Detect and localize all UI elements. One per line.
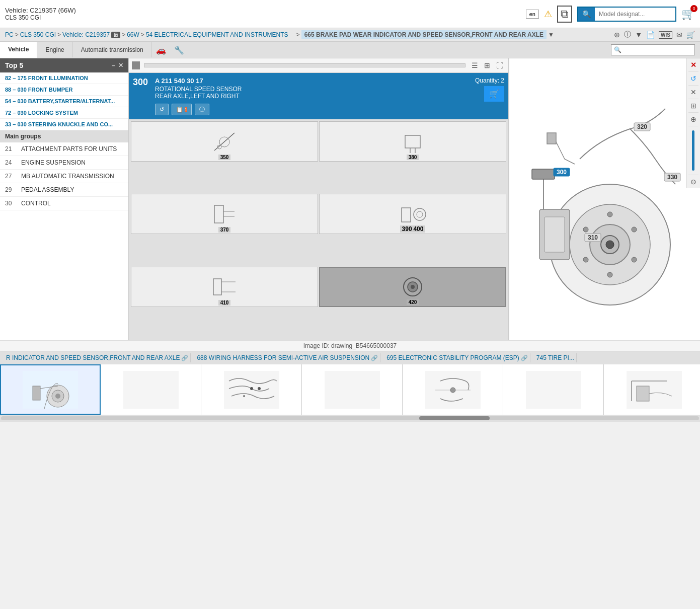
bt-item-3[interactable] — [302, 364, 403, 415]
svg-rect-6 — [214, 205, 223, 223]
svg-point-38 — [632, 227, 637, 232]
svg-text:310: 310 — [588, 234, 598, 241]
filter-icon[interactable]: ▼ — [635, 31, 642, 39]
bt-item-2[interactable] — [201, 364, 302, 415]
svg-point-10 — [414, 208, 426, 220]
bt-img-4 — [423, 369, 483, 410]
sidebar-item-top-4[interactable]: 33 – 030 STEERING KNUCKLE AND CO... — [0, 119, 128, 130]
bt-item-5[interactable] — [503, 364, 604, 415]
bt-img-6 — [624, 369, 684, 410]
bottom-tab-link-1[interactable]: 🔗 — [371, 355, 378, 361]
sidebar-item-top-1[interactable]: 88 – 030 FRONT BUMPER — [0, 84, 128, 96]
bt-item-6[interactable] — [604, 364, 700, 415]
bt-item-0[interactable] — [0, 364, 101, 415]
diagram-close-icon[interactable]: ✕ — [688, 58, 698, 72]
thumb-370[interactable]: 370 — [131, 194, 318, 234]
dropdown-arrow-icon[interactable]: ▼ — [548, 31, 554, 38]
breadcrumb-cls[interactable]: CLS 350 CGI — [20, 31, 56, 38]
svg-point-41 — [583, 257, 588, 262]
part-doc-btn[interactable]: 📋 1 — [172, 104, 192, 115]
expand-icon[interactable]: ⛶ — [494, 60, 505, 70]
thumb-410[interactable]: 410 — [131, 267, 318, 307]
tab-vehicle[interactable]: Vehicle — [0, 42, 37, 58]
doc-icon[interactable]: 📄 — [646, 31, 655, 39]
thumb-380[interactable]: 380 — [319, 121, 506, 162]
breadcrumb-vehicle[interactable]: Vehicle: C219357 — [62, 31, 110, 38]
ct-square-icon[interactable] — [132, 61, 140, 69]
part-refresh-btn[interactable]: ↺ — [155, 104, 169, 115]
breadcrumb-66w[interactable]: 66W — [127, 31, 139, 38]
center-panel: ☰ ⊞ ⛶ 300 A 211 540 30 17 ROTATIONAL SPE… — [129, 58, 509, 340]
sidebar-item-top-2[interactable]: 54 – 030 BATTERY,STARTER/ALTERNAT... — [0, 96, 128, 107]
thumb-420[interactable]: 420 — [319, 267, 506, 307]
part-name1: ROTATIONAL SPEED SENSOR — [155, 86, 471, 93]
sidebar-group-29[interactable]: 29 PEDAL ASSEMBLY — [0, 183, 128, 197]
breadcrumb-current: 665 BRAKE PAD WEAR INDICATOR AND SPEED S… — [301, 30, 547, 39]
bottom-tab-link-0[interactable]: 🔗 — [181, 355, 188, 361]
mail-icon[interactable]: ✉ — [676, 31, 682, 39]
tab-search-input[interactable] — [624, 45, 694, 54]
bottom-tab-1[interactable]: 688 WIRING HARNESS FOR SEMI-ACTIVE AIR S… — [195, 353, 380, 362]
sidebar-items: 82 – 175 FRONT ILLUMINATION 88 – 030 FRO… — [0, 72, 128, 340]
bottom-tab-0[interactable]: R INDICATOR AND SPEED SENSOR,FRONT AND R… — [4, 353, 191, 362]
bottom-tab-link-2[interactable]: 🔗 — [521, 355, 528, 361]
breadcrumb-pc[interactable]: PC — [5, 31, 14, 38]
sidebar-close-icon[interactable]: ✕ — [118, 62, 123, 69]
main-groups-label: Main groups — [0, 130, 128, 142]
sidebar-item-top-3[interactable]: 72 – 030 LOCKING SYSTEM — [0, 107, 128, 119]
svg-point-39 — [632, 257, 637, 262]
search-button[interactable]: 🔍 — [578, 8, 595, 21]
warning-icon[interactable]: ⚠ — [544, 9, 552, 20]
wis-icon[interactable]: WIS — [659, 31, 672, 39]
cart2-icon[interactable]: 🛒 — [686, 31, 695, 39]
svg-point-50 — [250, 387, 253, 390]
diagram-zoom-out-icon[interactable]: ⊖ — [688, 175, 698, 188]
diagram-blue-bar — [692, 130, 694, 171]
bottom-tab-3[interactable]: 745 TIRE PI... — [534, 353, 577, 362]
bt-svg-6 — [627, 371, 682, 409]
cart-button[interactable]: 🛒 0 — [681, 8, 695, 21]
tab-automatic-transmission[interactable]: Automatic transmission — [73, 42, 152, 57]
sidebar-minimize-icon[interactable]: – — [112, 62, 115, 69]
list-view-icon[interactable]: ☰ — [470, 60, 480, 70]
tab-tool-icon[interactable]: 🔧 — [170, 43, 188, 57]
diagram-cross-icon[interactable]: ✕ — [688, 86, 698, 99]
bottom-tab-2[interactable]: 695 ELECTRONIC STABILITY PROGRAM (ESP) 🔗 — [384, 353, 530, 362]
part-info-btn[interactable]: ⓘ — [195, 104, 209, 115]
diagram-grid-icon[interactable]: ⊞ — [688, 99, 698, 113]
tab-engine[interactable]: Engine — [37, 42, 72, 57]
diagram-zoom-in-icon[interactable]: ⊕ — [688, 113, 698, 126]
svg-point-55 — [450, 388, 455, 393]
zoom-in-icon[interactable]: ⊕ — [614, 31, 620, 39]
breadcrumb-54[interactable]: 54 ELECTRICAL EQUIPMENT AND INSTRUMENTS — [146, 31, 288, 38]
svg-rect-25 — [545, 217, 565, 252]
grid-view-icon[interactable]: ⊞ — [482, 60, 492, 70]
bottom-section: R INDICATOR AND SPEED SENSOR,FRONT AND R… — [0, 351, 700, 422]
bt-item-1[interactable] — [101, 364, 201, 415]
thumb-350[interactable]: 350 — [131, 121, 318, 162]
vehicle-subtitle: CLS 350 CGI — [5, 14, 76, 21]
info-icon[interactable]: ⓘ — [624, 30, 631, 39]
bt-item-4[interactable] — [403, 364, 503, 415]
part-name2: REAR AXLE,LEFT AND RIGHT — [155, 93, 471, 100]
thumb-390-400-svg — [398, 200, 428, 228]
sidebar-group-27[interactable]: 27 MB AUTOMATIC TRANSMISSION — [0, 170, 128, 183]
sidebar-group-24[interactable]: 24 ENGINE SUSPENSION — [0, 156, 128, 170]
scrollbar-thumb[interactable] — [419, 416, 490, 420]
svg-rect-9 — [402, 208, 411, 222]
tab-car-icon[interactable]: 🚗 — [152, 43, 170, 57]
copy-icon[interactable]: ⧉ — [557, 6, 572, 23]
vehicle-title: Vehicle: C219357 (66W) — [5, 7, 76, 14]
thumb-390-400[interactable]: 390 400 — [319, 194, 506, 234]
tab-search-icon[interactable]: 🔍 — [611, 45, 624, 55]
sidebar-group-21[interactable]: 21 ATTACHMENT PARTS FOR UNITS — [0, 142, 128, 156]
add-to-cart-button[interactable]: 🛒 — [484, 86, 504, 102]
scrollbar-track[interactable] — [1, 416, 699, 420]
model-search-input[interactable] — [595, 8, 675, 20]
diagram-refresh-icon[interactable]: ↺ — [688, 72, 698, 86]
svg-point-42 — [583, 227, 588, 232]
language-selector[interactable]: en — [526, 10, 539, 19]
bt-svg-4 — [425, 371, 481, 409]
sidebar-group-30[interactable]: 30 CONTROL — [0, 197, 128, 210]
sidebar-item-top-0[interactable]: 82 – 175 FRONT ILLUMINATION — [0, 72, 128, 84]
